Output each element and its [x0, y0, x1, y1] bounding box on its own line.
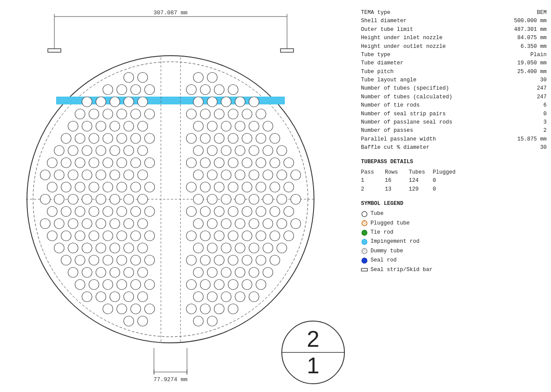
svg-point-270	[200, 304, 210, 314]
svg-point-55	[124, 121, 134, 131]
svg-point-233	[96, 268, 106, 278]
legend-dummy-label: Dummy tube	[371, 247, 403, 255]
svg-point-56	[138, 121, 148, 131]
svg-point-105	[270, 158, 280, 168]
svg-point-239	[221, 268, 231, 278]
svg-point-119	[249, 170, 259, 180]
svg-point-167	[242, 207, 252, 217]
tube-pitch-row: Tube pitch 25.400 mm	[361, 68, 547, 76]
svg-point-91	[47, 158, 57, 168]
tubepass-title: TUBEPASS DETAILS	[361, 158, 547, 166]
tube-layout-row: Tube layout angle 30	[361, 76, 547, 84]
svg-point-75	[256, 134, 266, 144]
dummy-tube-icon	[361, 248, 368, 255]
svg-point-78	[68, 146, 78, 156]
svg-point-272	[228, 304, 238, 314]
legend-seal-rod-label: Seal rod	[371, 256, 397, 265]
svg-point-65	[89, 134, 99, 144]
svg-point-157	[75, 207, 85, 217]
svg-point-87	[235, 146, 245, 156]
svg-point-38	[249, 97, 259, 107]
svg-point-69	[145, 134, 155, 144]
svg-rect-15	[26, 57, 287, 201]
col-plugged: Plugged	[433, 168, 463, 177]
svg-point-32	[124, 97, 134, 107]
num-tubes-calc-row: Number of tubes (calculated) 247	[361, 93, 547, 101]
svg-point-110	[82, 170, 92, 180]
main-container: 307.087 mm	[0, 0, 551, 392]
height-inlet-value: 84.075 mm	[517, 34, 547, 42]
num-passes-label: Number of passes	[361, 127, 417, 135]
svg-point-192	[117, 231, 127, 241]
legend-tube-label: Tube	[371, 210, 384, 218]
svg-point-207	[110, 243, 120, 253]
svg-point-73	[228, 134, 238, 144]
svg-point-71	[200, 134, 210, 144]
svg-point-289	[362, 221, 367, 226]
svg-point-19	[194, 73, 204, 83]
num-passlane-label: Number of passlane seal rods	[361, 118, 456, 127]
col-rows: Rows	[385, 168, 409, 177]
svg-point-202	[284, 231, 294, 241]
svg-point-131	[187, 182, 197, 192]
svg-point-241	[249, 268, 259, 278]
svg-point-140	[54, 194, 64, 204]
svg-point-100	[200, 158, 210, 168]
svg-point-18	[138, 73, 148, 83]
svg-point-124	[61, 182, 71, 192]
svg-text:2: 2	[307, 326, 320, 352]
svg-point-17	[124, 73, 134, 83]
svg-point-231	[68, 268, 78, 278]
svg-point-220	[103, 255, 113, 265]
svg-point-206	[96, 243, 106, 253]
svg-point-199	[242, 231, 252, 241]
num-seal-strip-label: Number of seal strip pairs	[361, 110, 449, 118]
svg-point-243	[75, 280, 85, 290]
legend-tie-rod-label: Tie rod	[371, 228, 394, 237]
svg-point-287	[362, 211, 367, 217]
svg-point-218	[75, 255, 85, 265]
svg-point-142	[82, 194, 92, 204]
svg-point-169	[270, 207, 280, 217]
num-passlane-value: 3	[543, 118, 547, 127]
svg-point-163	[187, 207, 197, 217]
svg-point-266	[117, 304, 127, 314]
svg-point-193	[131, 231, 141, 241]
num-tie-rods-row: Number of tie rods 6	[361, 101, 547, 110]
svg-point-273	[124, 316, 134, 326]
svg-point-240	[235, 268, 245, 278]
diagram-area: 307.087 mm	[0, 0, 357, 392]
svg-point-130	[145, 182, 155, 192]
svg-point-178	[138, 219, 148, 229]
svg-point-248	[145, 280, 155, 290]
legend-plugged-tube: Plugged tube	[361, 219, 547, 228]
tube-pitch-label: Tube pitch	[361, 68, 397, 76]
svg-point-53	[96, 121, 106, 131]
svg-point-185	[277, 219, 287, 229]
svg-point-201	[270, 231, 280, 241]
svg-point-235	[124, 268, 134, 278]
svg-point-61	[249, 121, 259, 131]
legend-impingement-rod: Impingement rod	[361, 238, 547, 246]
svg-point-52	[82, 121, 92, 131]
svg-point-181	[221, 219, 231, 229]
svg-point-205	[82, 243, 92, 253]
svg-point-168	[256, 207, 266, 217]
svg-point-123	[47, 182, 57, 192]
svg-point-67	[117, 134, 127, 144]
svg-point-57	[194, 121, 204, 131]
svg-point-40	[89, 109, 99, 119]
svg-point-209	[138, 243, 148, 253]
svg-point-63	[61, 134, 71, 144]
svg-point-27	[214, 85, 224, 95]
svg-point-83	[138, 146, 148, 156]
svg-point-261	[207, 292, 217, 302]
svg-point-152	[263, 194, 273, 204]
svg-point-48	[228, 109, 238, 119]
svg-point-275	[194, 316, 204, 326]
svg-point-97	[131, 158, 141, 168]
svg-point-147	[194, 194, 204, 204]
svg-point-247	[131, 280, 141, 290]
svg-text:1: 1	[307, 353, 320, 378]
svg-point-44	[145, 109, 155, 119]
